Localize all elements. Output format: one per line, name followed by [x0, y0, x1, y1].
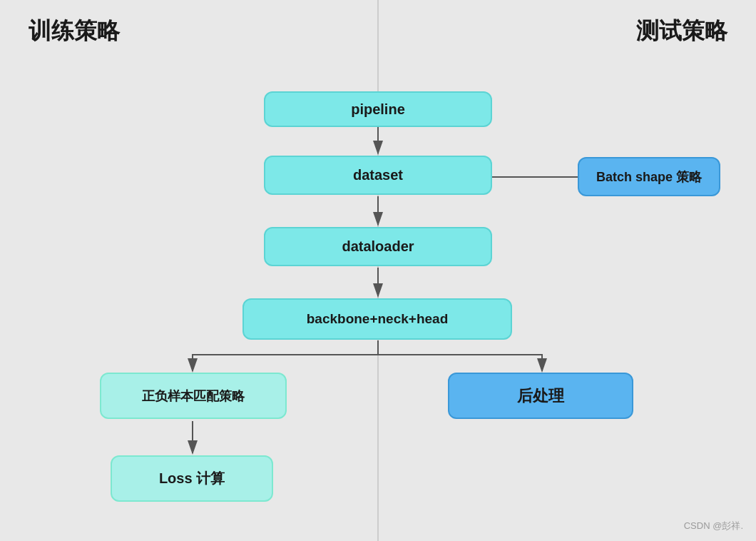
- watermark: CSDN @彭祥.: [684, 520, 743, 532]
- test-strategy-title: 测试策略: [636, 16, 727, 47]
- pipeline-box: pipeline: [264, 91, 492, 127]
- batch-shape-box: Batch shape 策略: [578, 157, 720, 196]
- dataloader-box: dataloader: [264, 227, 492, 266]
- matching-box: 正负样本匹配策略: [100, 373, 287, 419]
- postprocess-box: 后处理: [448, 373, 633, 419]
- backbone-box: backbone+neck+head: [242, 298, 512, 340]
- training-strategy-title: 训练策略: [29, 16, 120, 47]
- loss-box: Loss 计算: [111, 455, 273, 502]
- dataset-box: dataset: [264, 156, 492, 195]
- vertical-divider: [378, 0, 379, 541]
